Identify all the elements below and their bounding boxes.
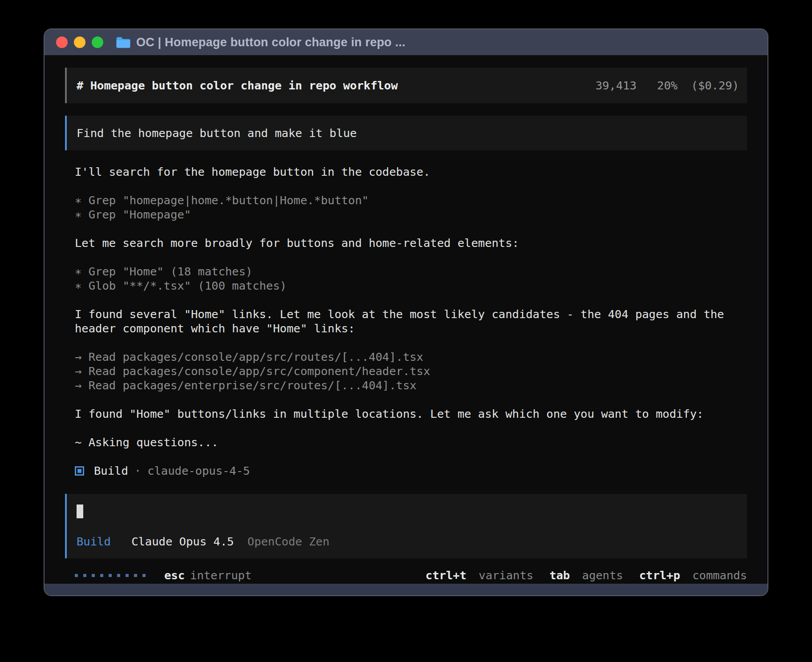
zoom-button[interactable] [92, 36, 103, 48]
statusbar-left: esc interrupt [75, 568, 252, 582]
token-count: 39,413 [596, 79, 637, 92]
folder-icon [116, 36, 131, 48]
shortcut-variants: ctrl+t variants [426, 568, 533, 582]
session-stats: 39,413 20% ($0.29) [596, 78, 739, 93]
agent-model: claude-opus-4-5 [147, 464, 250, 478]
user-message-text: Find the homepage button and make it blu… [77, 126, 357, 140]
assistant-status-text: ~ Asking questions... [75, 435, 737, 449]
statusbar-right: ctrl+t variants tab agents ctrl+p comman… [410, 568, 747, 582]
user-message: Find the homepage button and make it blu… [65, 116, 747, 150]
session-cost: ($0.29) [691, 79, 739, 92]
terminal-window: OC | Homepage button color change in rep… [44, 28, 768, 596]
interrupt-label: interrupt [190, 568, 252, 582]
session-header: # Homepage button color change in repo w… [65, 68, 747, 103]
input-provider: OpenCode Zen [248, 535, 329, 548]
context-percent: 20% [657, 79, 678, 92]
window-title: OC | Homepage button color change in rep… [136, 36, 406, 49]
interrupt-key: esc [164, 568, 185, 582]
session-title: # Homepage button color change in repo w… [77, 78, 398, 93]
input-status-line: Build Claude Opus 4.5 OpenCode Zen [77, 534, 737, 549]
spinner-dots-icon [75, 574, 146, 577]
window-bottom-edge [45, 584, 767, 595]
close-button[interactable] [56, 36, 68, 48]
agent-status-line: Build · claude-opus-4-5 [65, 464, 747, 478]
text-cursor [77, 505, 83, 518]
shortcut-commands: ctrl+p commands [639, 568, 747, 582]
statusbar: esc interrupt ctrl+t variants tab agents… [65, 567, 747, 583]
minimize-button[interactable] [74, 36, 85, 48]
prompt-input[interactable]: Build Claude Opus 4.5 OpenCode Zen [65, 494, 747, 558]
terminal-content: # Homepage button color change in repo w… [45, 55, 767, 584]
tool-call-grep-glob: ∗ Grep "Home" (18 matches) ∗ Glob "**/*.… [75, 264, 737, 293]
agent-build-icon [75, 466, 84, 476]
assistant-text: I found several "Home" links. Let me loo… [75, 307, 737, 335]
traffic-lights [56, 36, 103, 48]
agent-separator: · [134, 464, 141, 478]
input-mode: Build [77, 535, 111, 548]
assistant-text: I found "Home" buttons/links in multiple… [75, 407, 737, 421]
assistant-text: Let me search more broadly for buttons a… [75, 236, 737, 250]
agent-name: Build [94, 464, 128, 478]
tool-call-read: → Read packages/console/app/src/routes/[… [75, 350, 737, 392]
assistant-transcript: I'll search for the homepage button in t… [65, 165, 747, 464]
input-model: Claude Opus 4.5 [131, 535, 234, 548]
titlebar[interactable]: OC | Homepage button color change in rep… [45, 29, 767, 55]
shortcut-agents: tab agents [549, 568, 623, 582]
tool-call-grep: ∗ Grep "homepage|home.*button|Home.*butt… [75, 193, 737, 222]
assistant-text: I'll search for the homepage button in t… [75, 165, 737, 179]
